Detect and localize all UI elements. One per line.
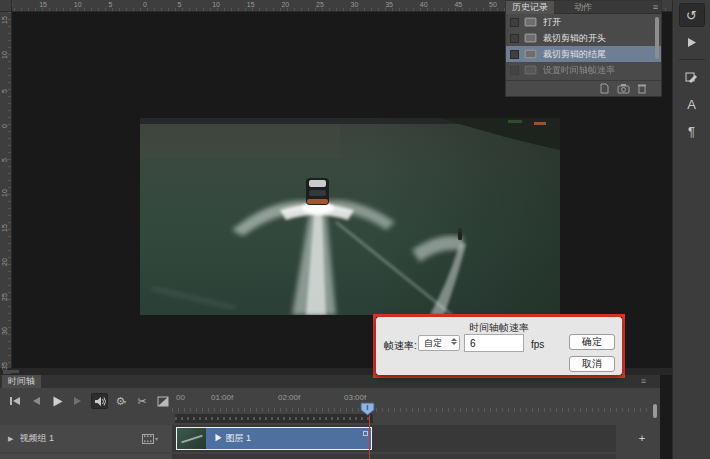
timecode-label: 01:00f: [211, 393, 233, 402]
video-clip[interactable]: ▶ 图层 1: [176, 427, 372, 450]
ruler-corner: [0, 0, 12, 12]
ruler-number: 0: [143, 1, 147, 8]
ruler-number: 20: [1, 258, 8, 266]
tab-timeline[interactable]: 时间轴: [2, 375, 41, 388]
cancel-button[interactable]: 取消: [569, 356, 615, 372]
video-document[interactable]: [140, 118, 560, 315]
ruler-number: 10: [212, 1, 220, 8]
video-group-label: 视频组 1: [19, 432, 54, 445]
new-snapshot-icon[interactable]: [617, 83, 630, 94]
ruler-number: 40: [420, 1, 428, 8]
annotation-highlight-box: 时间轴帧速率 帧速率: 自定 fps 确定 取消: [373, 314, 625, 378]
history-source-checkbox[interactable]: [510, 34, 519, 43]
history-panel: 历史记录 动作 ≡ 打开裁切剪辑的开头裁切剪辑的结尾设置时间轴帧速率: [505, 0, 662, 97]
history-item-label: 裁切剪辑的开头: [543, 32, 606, 45]
split-clip-button[interactable]: ✂: [134, 393, 151, 409]
ruler-number: 15: [1, 16, 8, 24]
history-source-checkbox[interactable]: [510, 18, 519, 27]
timeline-menu-icon[interactable]: ≡: [641, 375, 646, 388]
ruler-number: 45: [454, 1, 462, 8]
ruler-number: 30: [1, 328, 8, 336]
timeline-ruler[interactable]: 0001:00f02:00f03:00f: [172, 390, 650, 412]
preset-selected-value: 自定: [424, 337, 442, 350]
character-panel-dock-icon[interactable]: A: [679, 92, 705, 116]
ruler-number: 5: [178, 1, 182, 8]
frame-strip: [175, 414, 373, 423]
ruler-number: 5: [1, 158, 8, 162]
dock-divider: [679, 59, 705, 60]
actions-panel-dock-icon[interactable]: [679, 30, 705, 54]
frame-rate-preset-select[interactable]: 自定: [418, 335, 460, 351]
audio-track-header[interactable]: 音轨 ♪ ▾: [0, 454, 172, 459]
ruler-number: 15: [1, 224, 8, 232]
play-button[interactable]: [48, 393, 65, 409]
timeline-settings-button[interactable]: ⚙ ▾: [112, 393, 129, 409]
delete-state-icon[interactable]: [637, 83, 647, 94]
filmstrip-icon[interactable]: [142, 434, 154, 444]
timeline-panel: 时间轴 ≡: [0, 375, 660, 459]
clip-thumbnail: [177, 428, 206, 449]
ruler-number: 10: [1, 189, 8, 197]
properties-icon: [685, 71, 698, 84]
history-scrollbar[interactable]: [655, 17, 659, 59]
frame-rate-label: 帧速率:: [384, 339, 417, 353]
play-icon: [686, 37, 697, 48]
history-panel-dock-icon[interactable]: ↺: [679, 3, 705, 27]
video-track-area[interactable]: ▶ 图层 1: [172, 425, 616, 452]
panel-menu-icon[interactable]: ≡: [653, 1, 658, 14]
paragraph-panel-dock-icon[interactable]: ¶: [679, 119, 705, 143]
transition-icon: [157, 396, 169, 407]
ruler-number: 50: [489, 1, 497, 8]
ruler-number: 10: [74, 1, 82, 8]
playhead-line: [369, 415, 370, 459]
video-group-header[interactable]: ▶ 视频组 1 ▾: [0, 425, 172, 452]
timeline-body: ⚙ ▾ ✂ 0001:00f02:00f03:00f: [0, 388, 660, 459]
history-item[interactable]: 设置时间轴帧速率: [506, 62, 661, 78]
scissors-icon: ✂: [138, 395, 147, 408]
ruler-number: 10: [1, 51, 8, 59]
history-item-label: 设置时间轴帧速率: [543, 64, 615, 77]
stepper-icon: [451, 338, 457, 345]
caret-down-icon[interactable]: ▾: [155, 435, 158, 442]
caret-down-icon: ▾: [123, 398, 126, 405]
timecode-label: 03:00f: [344, 393, 366, 402]
transition-button[interactable]: [155, 393, 172, 409]
go-to-first-frame-button[interactable]: [6, 393, 23, 409]
history-item[interactable]: 裁切剪辑的结尾: [506, 46, 661, 62]
ruler-number: 35: [385, 1, 393, 8]
timeline-scrollbar[interactable]: [653, 404, 657, 418]
ruler-number: 30: [351, 1, 359, 8]
fps-value-input[interactable]: [464, 334, 524, 352]
ruler-number: 15: [247, 1, 255, 8]
playhead-handle[interactable]: [360, 402, 375, 420]
next-frame-button[interactable]: [70, 393, 87, 409]
ruler-number: 25: [316, 1, 324, 8]
tab-actions[interactable]: 动作: [568, 1, 598, 14]
history-item[interactable]: 裁切剪辑的开头: [506, 30, 661, 46]
add-media-button[interactable]: +: [636, 432, 648, 444]
previous-frame-button[interactable]: [27, 393, 44, 409]
history-state-icon: [524, 61, 537, 79]
status-indicator: [3, 372, 11, 374]
ruler-number: 5: [1, 89, 8, 93]
clip-label: ▶ 图层 1: [214, 432, 251, 445]
ok-button[interactable]: 确定: [569, 334, 615, 350]
video-track-row: ▶ 图层 1 ▶ 视频组 1 ▾: [0, 425, 655, 452]
new-document-from-state-icon[interactable]: [599, 83, 610, 94]
audio-track-area[interactable]: [172, 454, 616, 459]
mute-audio-button[interactable]: [91, 393, 108, 409]
timecode-label: 00: [176, 393, 185, 402]
history-source-checkbox[interactable]: [510, 50, 519, 59]
video-frame-boat-scene: [140, 118, 560, 315]
disclosure-triangle-icon[interactable]: ▶: [8, 435, 13, 443]
ruler-number: 0: [1, 124, 8, 128]
audio-track-row: 音轨 ♪ ▾ +: [0, 454, 655, 459]
clip-badge-icon: [363, 431, 368, 436]
history-item[interactable]: 打开: [506, 14, 661, 30]
history-item-label: 打开: [543, 16, 561, 29]
ruler-number: 35: [1, 362, 8, 370]
history-source-checkbox[interactable]: [510, 66, 519, 75]
dialog-title: 时间轴帧速率: [376, 321, 622, 335]
properties-panel-dock-icon[interactable]: [679, 65, 705, 89]
ruler-number: 25: [1, 293, 8, 301]
